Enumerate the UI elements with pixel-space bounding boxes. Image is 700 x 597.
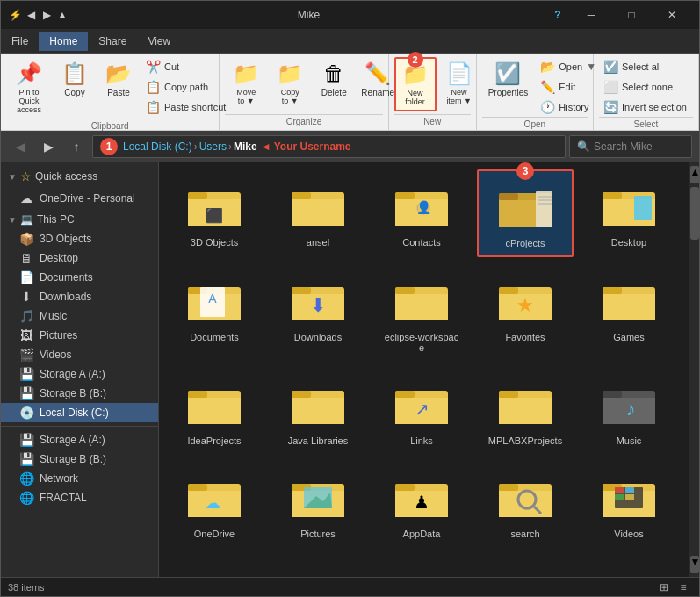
help-button[interactable]: ? (545, 1, 571, 29)
folder-mplabx[interactable]: MPLABXProjects (477, 368, 574, 454)
svg-rect-81 (615, 487, 624, 493)
sidebar-item-videos[interactable]: 🎬 Videos (1, 345, 158, 364)
copy-to-button[interactable]: 📁 Copyto ▼ (269, 57, 311, 110)
minimize-button[interactable]: ─ (571, 1, 611, 29)
sidebar-item-downloads[interactable]: ⬇ Downloads (1, 287, 158, 306)
sidebar-item-storage-b2[interactable]: 💾 Storage B (B:) (1, 450, 158, 469)
sidebar-item-local-disk[interactable]: 💿 Local Disk (C:) (1, 403, 158, 422)
path-badge: 1 (100, 138, 118, 155)
sidebar-item-fractal[interactable]: 🌐 FRACTAL (1, 488, 158, 507)
copy-button-large[interactable]: 📋 Copy (54, 57, 96, 102)
menu-home[interactable]: Home (39, 32, 88, 51)
folder-search[interactable]: search (477, 461, 574, 547)
folder-videos[interactable]: Videos (581, 461, 677, 547)
back-icon[interactable]: ◀ (24, 8, 38, 22)
folder-documents[interactable]: A Documents (166, 264, 263, 361)
folder-onedrive[interactable]: ☁ OneDrive (166, 461, 263, 547)
sidebar-item-music[interactable]: 🎵 Music (1, 306, 158, 326)
fractal-label: FRACTAL (40, 492, 87, 504)
menu-file[interactable]: File (1, 32, 39, 51)
paste-button[interactable]: 📂 Paste (97, 57, 140, 102)
properties-label: Properties (488, 88, 529, 97)
search-box[interactable]: 🔍 Search Mike (569, 135, 692, 158)
new-folder-button[interactable]: 2 📁 Newfolder (394, 57, 437, 111)
address-path[interactable]: 1 Local Disk (C:) › Users › Mike ◄ Your … (92, 135, 566, 158)
svg-rect-6 (292, 199, 344, 226)
copy-to-label: Copyto ▼ (281, 88, 299, 105)
properties-button[interactable]: ☑️ Properties (482, 57, 535, 102)
up-button[interactable]: ↑ (64, 134, 89, 159)
open-label: Open (482, 117, 588, 129)
folder-music[interactable]: ♪ Music (581, 368, 677, 454)
invert-selection-button[interactable]: 🔄 Invert selection (599, 97, 691, 117)
folder-appdata[interactable]: ♟ AppData (373, 461, 470, 547)
sidebar-item-desktop[interactable]: 🖥 Desktop (1, 248, 158, 268)
edit-button[interactable]: ✏️ Edit (536, 77, 601, 97)
folder-links[interactable]: ↗ Links (373, 368, 470, 454)
copy-path-button[interactable]: 📋 Copy path (141, 77, 230, 97)
ribbon: 📌 Pin to Quickaccess 📋 Copy 📂 Paste ✂️ C… (1, 54, 699, 131)
sidebar-item-storage-a[interactable]: 💾 Storage A (A:) (1, 364, 158, 384)
scrollbar-down[interactable]: ▼ (690, 556, 699, 573)
menu-view[interactable]: View (137, 32, 181, 51)
cut-button[interactable]: ✂️ Cut (141, 57, 230, 76)
scrollbar-up[interactable]: ▲ (690, 166, 699, 183)
view-list-button[interactable]: ≡ (675, 579, 692, 595)
folder-eclipse[interactable]: eclipse-workspace (373, 264, 470, 361)
folder-ansel[interactable]: ansel (270, 169, 366, 257)
folder-cprojects[interactable]: 3 cProjects (477, 169, 574, 257)
sidebar-item-pictures[interactable]: 🖼 Pictures (1, 326, 158, 345)
folder-games[interactable]: Games (581, 264, 677, 361)
quick-access-label[interactable]: Quick access (35, 170, 97, 183)
svg-rect-5 (292, 192, 311, 199)
delete-button[interactable]: 🗑 Delete (313, 57, 355, 102)
sidebar-item-storage-b[interactable]: 💾 Storage B (B:) (1, 384, 158, 403)
maximize-button[interactable]: □ (611, 1, 652, 29)
folder-contacts[interactable]: 👤 Contacts (373, 169, 470, 257)
folder-downloads[interactable]: ⬇ Downloads (270, 264, 366, 361)
view-grid-button[interactable]: ⊞ (655, 579, 673, 595)
sidebar-item-3dobjects[interactable]: 📦 3D Objects (1, 229, 158, 248)
menu-share[interactable]: Share (88, 32, 137, 51)
folder-3d-objects[interactable]: ⬛ 3D Objects (166, 169, 263, 257)
open-button[interactable]: 📂 Open ▼ (536, 57, 601, 76)
folder-java[interactable]: Java Libraries (270, 368, 366, 454)
path-sep-1: › (194, 140, 198, 153)
forward-button[interactable]: ▶ (36, 134, 61, 159)
close-button[interactable]: ✕ (652, 1, 692, 29)
folder-ideaprojects[interactable]: IdeaProjects (166, 368, 263, 454)
copy-icon: 📋 (61, 61, 88, 86)
sidebar-item-storage-a2[interactable]: 💾 Storage A (A:) (1, 430, 158, 450)
scrollbar-thumb[interactable] (690, 187, 699, 240)
select-none-button[interactable]: ⬜ Select none (599, 77, 691, 97)
scrollbar[interactable]: ▲ ▼ (689, 162, 699, 577)
paste-shortcut-button[interactable]: 📋 Paste shortcut (141, 97, 230, 117)
storage-a2-label: Storage A (A:) (40, 434, 105, 446)
folder-favorites[interactable]: ★ Favorites (477, 264, 574, 361)
svg-rect-47 (292, 398, 344, 424)
quick-access-icon[interactable]: ⚡ (8, 8, 22, 22)
copy-to-icon: 📁 (277, 61, 303, 86)
forward-icon[interactable]: ▶ (40, 8, 54, 22)
svg-text:☁: ☁ (205, 494, 220, 512)
up-icon[interactable]: ▲ (55, 8, 69, 22)
sidebar-item-network[interactable]: 🌐 Network (1, 469, 158, 488)
ribbon-group-clipboard: 📌 Pin to Quickaccess 📋 Copy 📂 Paste ✂️ C… (1, 54, 220, 130)
paste-shortcut-icon: 📋 (146, 100, 161, 114)
history-button[interactable]: 🕐 History (536, 97, 601, 117)
title-bar: ⚡ ◀ ▶ ▲ Mike ? ─ □ ✕ (1, 1, 699, 29)
sidebar-quick-access-header: ▼ ☆ Quick access (1, 166, 158, 187)
sidebar-item-documents[interactable]: 📄 Documents (1, 268, 158, 287)
move-to-button[interactable]: 📁 Moveto ▼ (225, 57, 267, 110)
select-all-label: Select all (622, 61, 661, 72)
back-button[interactable]: ◀ (8, 134, 32, 159)
pin-to-quick-access-button[interactable]: 📌 Pin to Quickaccess (6, 57, 52, 119)
new-item-button[interactable]: 📄 Newitem ▼ (438, 57, 480, 110)
thispc-label[interactable]: This PC (37, 213, 75, 226)
cut-label: Cut (164, 61, 179, 72)
folder-onedrive-icon: ☁ (183, 469, 246, 525)
folder-pictures[interactable]: Pictures (270, 461, 366, 547)
folder-desktop[interactable]: Desktop (581, 169, 677, 257)
select-all-button[interactable]: ☑️ Select all (599, 57, 691, 76)
sidebar-item-onedrive[interactable]: ☁ OneDrive - Personal (1, 189, 158, 208)
